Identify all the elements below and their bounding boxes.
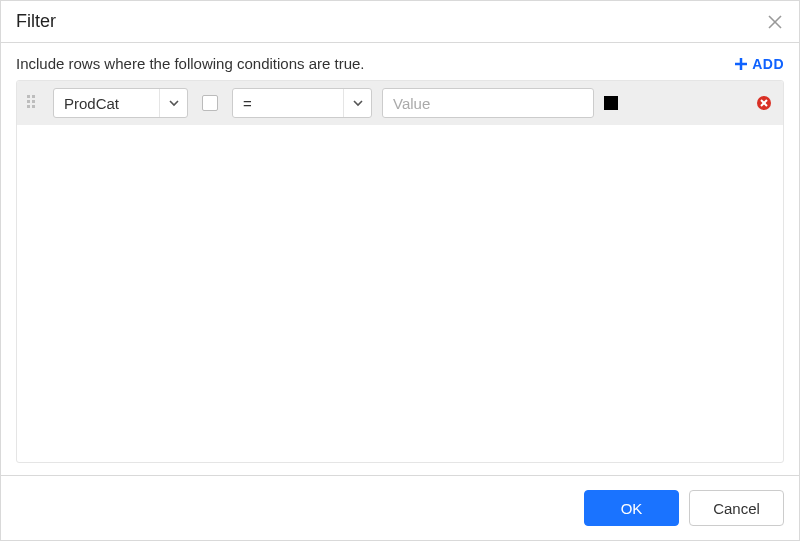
dialog-title: Filter bbox=[16, 11, 56, 32]
close-button[interactable] bbox=[766, 13, 784, 31]
ok-button-label: OK bbox=[621, 500, 643, 517]
dialog-footer: OK Cancel bbox=[1, 475, 799, 540]
dialog-header: Filter bbox=[1, 1, 799, 43]
filter-dialog: Filter Include rows where the following … bbox=[0, 0, 800, 541]
condition-row: ProdCat = bbox=[17, 81, 783, 125]
field-select-caret bbox=[159, 89, 187, 117]
ok-button[interactable]: OK bbox=[584, 490, 679, 526]
field-select-value: ProdCat bbox=[54, 95, 159, 112]
chevron-down-icon bbox=[168, 97, 180, 109]
color-swatch[interactable] bbox=[604, 96, 618, 110]
operator-select-caret bbox=[343, 89, 371, 117]
operator-select[interactable]: = bbox=[232, 88, 372, 118]
value-input[interactable] bbox=[382, 88, 594, 118]
plus-icon bbox=[734, 57, 748, 71]
field-select[interactable]: ProdCat bbox=[53, 88, 188, 118]
operator-select-value: = bbox=[233, 95, 343, 112]
cancel-button[interactable]: Cancel bbox=[689, 490, 784, 526]
drag-handle[interactable] bbox=[27, 95, 43, 111]
dialog-body: Include rows where the following conditi… bbox=[1, 43, 799, 475]
instruction-text: Include rows where the following conditi… bbox=[16, 55, 365, 72]
close-icon bbox=[768, 15, 782, 29]
cancel-button-label: Cancel bbox=[713, 500, 760, 517]
instruction-row: Include rows where the following conditi… bbox=[16, 55, 784, 72]
add-button-label: ADD bbox=[752, 56, 784, 72]
remove-condition-button[interactable] bbox=[755, 94, 773, 112]
add-condition-button[interactable]: ADD bbox=[734, 56, 784, 72]
conditions-area: ProdCat = bbox=[16, 80, 784, 463]
negate-checkbox[interactable] bbox=[202, 95, 218, 111]
chevron-down-icon bbox=[352, 97, 364, 109]
remove-icon bbox=[756, 95, 772, 111]
